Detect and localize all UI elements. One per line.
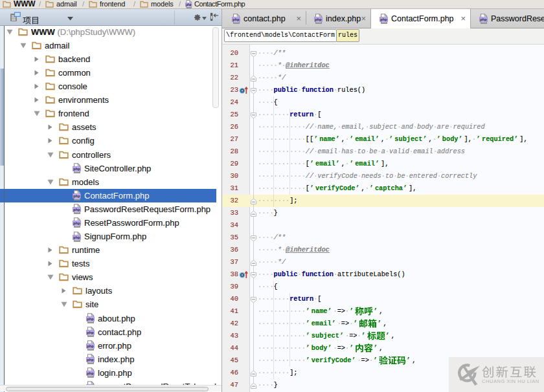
svg-text:php: php (73, 221, 80, 225)
svg-text:php: php (73, 167, 80, 171)
svg-text:php: php (87, 371, 94, 375)
svg-text:php: php (87, 317, 94, 321)
svg-text:php: php (232, 17, 240, 21)
svg-text:php: php (186, 3, 192, 6)
svg-text:php: php (73, 194, 80, 198)
svg-text:php: php (480, 17, 487, 21)
svg-text:php: php (380, 17, 387, 21)
svg-text:php: php (73, 208, 80, 212)
svg-text:php: php (87, 331, 94, 334)
svg-text:php: php (73, 235, 80, 239)
svg-text:php: php (87, 344, 94, 348)
svg-text:php: php (87, 358, 94, 362)
svg-text:php: php (315, 17, 322, 21)
